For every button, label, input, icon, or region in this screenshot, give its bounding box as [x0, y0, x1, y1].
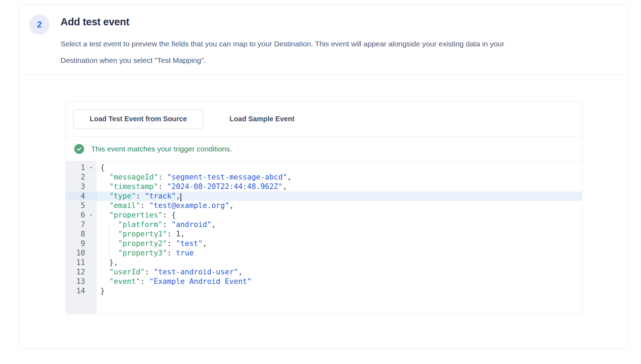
code-line[interactable]: 13 "event": "Example Android Event" — [66, 277, 582, 286]
line-number: 10 — [66, 248, 85, 258]
fold-spacer — [85, 267, 97, 277]
line-number: 4 — [66, 191, 85, 201]
event-toolbar: Load Test Event from Source Load Sample … — [66, 102, 582, 137]
gutter-cell: 6▾ — [66, 210, 97, 220]
gutter-cell: 12 — [66, 267, 97, 277]
code-text: } — [97, 286, 105, 296]
fold-spacer — [85, 239, 97, 248]
fold-spacer — [85, 248, 97, 258]
code-text: "properties": { — [97, 210, 176, 220]
fold-spacer — [85, 182, 97, 191]
code-text: { — [97, 163, 105, 173]
gutter-cell: 1▾ — [66, 163, 97, 173]
gutter-cell: 11 — [66, 258, 97, 267]
line-number: 13 — [66, 277, 85, 286]
line-number: 5 — [66, 201, 85, 210]
line-number: 9 — [66, 239, 85, 248]
page-title: Add test event — [61, 16, 528, 28]
code-text: "property3": true — [97, 248, 194, 258]
gutter-cell: 4 — [66, 191, 97, 201]
test-event-panel: Load Test Event from Source Load Sample … — [65, 101, 582, 314]
gutter-cell: 9 — [66, 239, 97, 248]
step-number-badge: 2 — [29, 14, 50, 35]
code-line[interactable]: 12 "userId": "test-android-user", — [66, 267, 582, 277]
fold-spacer — [85, 229, 97, 239]
code-line[interactable]: 10 "property3": true — [66, 248, 582, 258]
line-number: 6 — [66, 210, 85, 220]
gutter-cell: 8 — [66, 229, 97, 239]
fold-spacer — [85, 191, 97, 201]
check-circle-icon — [74, 144, 84, 154]
line-number: 2 — [66, 173, 85, 182]
code-line[interactable]: 6▾ "properties": { — [66, 210, 582, 220]
code-text: "property1": 1, — [97, 229, 185, 239]
card-header: 2 Add test event Select a test event to … — [19, 5, 628, 75]
code-line[interactable]: 7 "platform": "android", — [66, 220, 582, 229]
status-message: This event matches your trigger conditio… — [91, 145, 232, 153]
code-text: "userId": "test-android-user", — [97, 267, 243, 277]
gutter-cell: 10 — [66, 248, 97, 258]
line-number: 11 — [66, 258, 85, 267]
line-number: 7 — [66, 220, 85, 229]
fold-spacer — [85, 258, 97, 267]
code-line[interactable]: 8 "property1": 1, — [66, 229, 582, 239]
fold-arrow-icon[interactable]: ▾ — [85, 210, 97, 220]
code-line[interactable]: 5 "email": "test@example.org", — [66, 201, 582, 210]
step-description: Select a test event to preview the field… — [61, 35, 528, 69]
add-test-event-card: 2 Add test event Select a test event to … — [19, 5, 629, 349]
code-line[interactable]: 14} — [66, 286, 582, 296]
gutter-cell: 13 — [66, 277, 97, 286]
line-number: 8 — [66, 229, 85, 239]
code-line[interactable]: 2 "messageId": "segment-test-message-abc… — [66, 173, 582, 182]
code-line[interactable]: 1▾{ — [66, 163, 582, 173]
code-text: }, — [97, 258, 118, 267]
line-number: 14 — [66, 286, 85, 296]
code-text: "timestamp": "2024-08-20T22:44:48.962Z", — [97, 182, 287, 191]
fold-spacer — [85, 201, 97, 210]
load-sample-event-button[interactable]: Load Sample Event — [221, 109, 303, 129]
code-line[interactable]: 11 }, — [66, 258, 582, 267]
fold-spacer — [85, 173, 97, 182]
code-line[interactable]: 4 "type": "track", — [66, 191, 582, 201]
code-text: "type": "track", — [97, 191, 181, 201]
fold-spacer — [85, 220, 97, 229]
code-line[interactable]: 9 "property2": "test", — [66, 239, 582, 248]
line-number: 1 — [66, 163, 85, 173]
code-text: "platform": "android", — [97, 220, 216, 229]
code-text: "email": "test@example.org", — [97, 201, 234, 210]
fold-arrow-icon[interactable]: ▾ — [85, 163, 97, 173]
fold-spacer — [85, 286, 97, 296]
code-text: "property2": "test", — [97, 239, 207, 248]
line-number: 12 — [66, 267, 85, 277]
json-code-editor[interactable]: 1▾{2 "messageId": "segment-test-message-… — [66, 161, 582, 314]
gutter-cell: 3 — [66, 182, 97, 191]
code-text: "event": "Example Android Event" — [97, 277, 252, 286]
gutter-cell: 7 — [66, 220, 97, 229]
trigger-match-status: This event matches your trigger conditio… — [66, 137, 582, 161]
gutter-cell: 2 — [66, 173, 97, 182]
gutter-cell: 14 — [66, 286, 97, 296]
code-text: "messageId": "segment-test-message-abcd"… — [97, 173, 292, 182]
card-body: Load Test Event from Source Load Sample … — [19, 75, 628, 349]
load-test-event-button[interactable]: Load Test Event from Source — [73, 109, 203, 129]
fold-spacer — [85, 277, 97, 286]
code-line[interactable]: 3 "timestamp": "2024-08-20T22:44:48.962Z… — [66, 182, 582, 191]
line-number: 3 — [66, 182, 85, 191]
gutter-cell: 5 — [66, 201, 97, 210]
text-cursor — [180, 193, 181, 201]
